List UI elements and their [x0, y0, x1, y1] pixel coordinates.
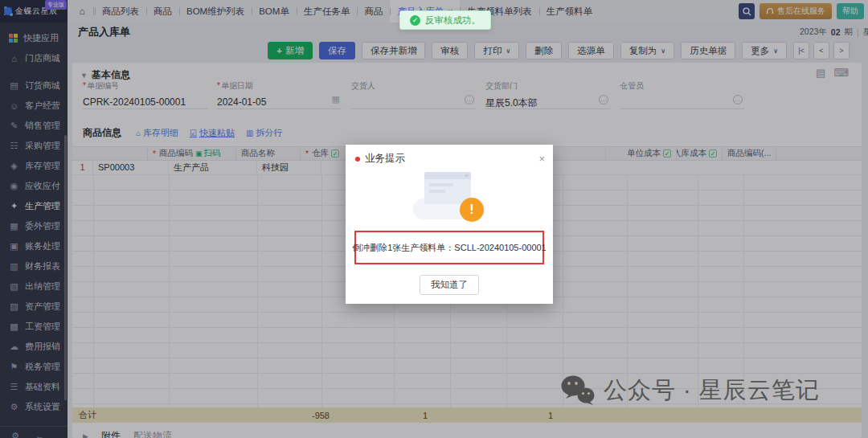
watermark: 公众号 · 星辰云笔记 — [559, 375, 820, 407]
message-highlight-box: 倒冲删除1张生产领料单：SCLL-20240105-00001 — [354, 231, 544, 264]
dialog-title: 业务提示 — [365, 152, 538, 166]
check-circle-icon: ✓ — [410, 15, 420, 26]
watermark-text: 公众号 · 星辰云笔记 — [604, 375, 820, 407]
dialog-header: 业务提示 × — [346, 145, 553, 166]
red-dot-icon — [355, 157, 360, 162]
warning-illustration: ! — [413, 172, 485, 222]
close-icon[interactable]: × — [538, 154, 545, 164]
toast-message: 反审核成功。 — [425, 14, 481, 27]
success-toast: ✓ 反审核成功。 — [399, 10, 491, 30]
acknowledge-button[interactable]: 我知道了 — [420, 275, 479, 295]
business-notice-dialog: 业务提示 × ! 倒冲删除1张生产领料单：SCLL-20240105-00001… — [346, 145, 553, 304]
warning-icon: ! — [460, 198, 484, 222]
wechat-icon — [559, 375, 596, 407]
dialog-message: 倒冲删除1张生产领料单：SCLL-20240105-00001 — [352, 242, 547, 254]
